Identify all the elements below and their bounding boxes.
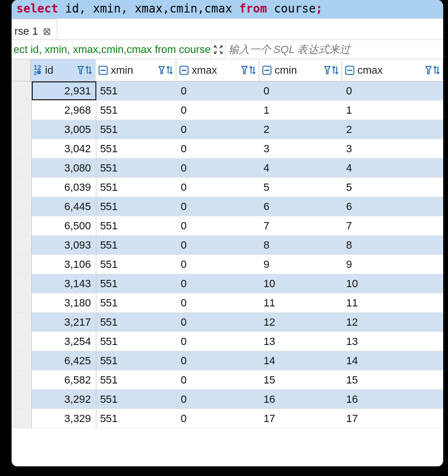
row-number-gutter[interactable] (12, 236, 32, 254)
column-header-id[interactable]: 123id (31, 59, 95, 81)
cell-cmax[interactable]: 10 (343, 274, 444, 293)
cell-id[interactable]: 3,254 (32, 332, 96, 351)
cell-id[interactable]: 2,968 (32, 101, 96, 119)
cell-xmin[interactable]: 551 (96, 120, 177, 139)
row-number-gutter[interactable] (12, 81, 32, 100)
table-row[interactable]: 3,14355101010 (12, 274, 443, 293)
cell-xmax[interactable]: 0 (177, 351, 260, 370)
column-header-cmin[interactable]: cmin (259, 59, 342, 81)
cell-cmin[interactable]: 17 (260, 409, 343, 428)
cell-cmin[interactable]: 15 (260, 370, 343, 389)
cell-xmax[interactable]: 0 (177, 274, 260, 293)
row-number-gutter[interactable] (12, 332, 32, 351)
cell-id[interactable]: 3,143 (32, 274, 96, 293)
cell-xmin[interactable]: 551 (96, 313, 177, 331)
result-tab[interactable]: rse 1 ⊠ (12, 19, 57, 40)
cell-id[interactable]: 6,445 (32, 197, 96, 216)
cell-cmin[interactable]: 7 (260, 216, 343, 235)
sql-filter-input[interactable] (225, 43, 443, 56)
row-number-gutter[interactable] (12, 120, 32, 139)
cell-id[interactable]: 6,039 (32, 178, 96, 197)
cell-cmax[interactable]: 16 (343, 390, 444, 409)
cell-xmin[interactable]: 551 (96, 274, 177, 293)
cell-id[interactable]: 6,425 (32, 351, 96, 370)
row-number-gutter[interactable] (12, 139, 32, 158)
table-row[interactable]: 3,18055101111 (12, 293, 443, 313)
cell-id[interactable]: 3,005 (32, 120, 96, 139)
cell-cmin[interactable]: 3 (260, 139, 343, 158)
cell-xmax[interactable]: 0 (177, 409, 260, 428)
cell-cmin[interactable]: 2 (260, 120, 343, 139)
cell-cmin[interactable]: 14 (260, 351, 343, 370)
cell-cmax[interactable]: 5 (343, 178, 444, 197)
cell-cmin[interactable]: 16 (260, 390, 343, 409)
cell-cmax[interactable]: 13 (343, 332, 444, 351)
row-number-gutter[interactable] (12, 293, 32, 312)
cell-xmax[interactable]: 0 (177, 313, 260, 331)
cell-cmax[interactable]: 2 (343, 120, 444, 139)
cell-xmin[interactable]: 551 (96, 236, 177, 254)
cell-cmax[interactable]: 15 (343, 370, 444, 389)
table-row[interactable]: 6,039551055 (12, 178, 443, 197)
row-number-gutter[interactable] (12, 409, 32, 428)
row-number-gutter[interactable] (12, 159, 32, 177)
cell-xmax[interactable]: 0 (177, 81, 260, 100)
cell-cmin[interactable]: 11 (260, 293, 343, 312)
row-number-gutter[interactable] (12, 274, 32, 293)
close-icon[interactable]: ⊠ (43, 26, 51, 37)
cell-xmax[interactable]: 0 (177, 332, 260, 351)
cell-xmax[interactable]: 0 (177, 293, 260, 312)
cell-xmin[interactable]: 551 (96, 293, 177, 312)
row-number-gutter[interactable] (12, 390, 32, 409)
cell-xmax[interactable]: 0 (177, 197, 260, 216)
cell-id[interactable]: 3,329 (32, 409, 96, 428)
table-row[interactable]: 3,21755101212 (12, 313, 443, 332)
row-number-gutter[interactable] (12, 370, 32, 389)
cell-id[interactable]: 3,093 (32, 236, 96, 254)
cell-xmax[interactable]: 0 (177, 139, 260, 158)
cell-cmin[interactable]: 9 (260, 255, 343, 274)
table-row[interactable]: 2,968551011 (12, 101, 443, 120)
row-number-gutter[interactable] (12, 216, 32, 235)
cell-xmin[interactable]: 551 (96, 409, 177, 428)
cell-cmax[interactable]: 7 (343, 216, 444, 235)
expand-icon[interactable] (211, 40, 225, 59)
cell-cmin[interactable]: 8 (260, 236, 343, 254)
row-number-gutter[interactable] (12, 351, 32, 370)
cell-cmax[interactable]: 1 (343, 101, 444, 119)
table-row[interactable]: 3,29255101616 (12, 390, 443, 409)
filter-sort-icon[interactable] (324, 65, 339, 76)
table-row[interactable]: 6,500551077 (12, 216, 443, 236)
table-row[interactable]: 3,093551088 (12, 236, 443, 255)
cell-cmax[interactable]: 17 (343, 409, 444, 428)
cell-cmax[interactable]: 4 (343, 159, 444, 177)
column-header-cmax[interactable]: cmax (342, 59, 443, 81)
row-number-gutter[interactable] (12, 255, 32, 274)
cell-xmin[interactable]: 551 (96, 255, 177, 274)
cell-xmax[interactable]: 0 (177, 178, 260, 197)
row-number-gutter[interactable] (12, 178, 32, 197)
cell-cmax[interactable]: 14 (343, 351, 444, 370)
cell-xmin[interactable]: 551 (96, 178, 177, 197)
cell-xmax[interactable]: 0 (177, 159, 260, 177)
cell-cmax[interactable]: 8 (343, 236, 444, 254)
table-row[interactable]: 6,445551066 (12, 197, 443, 216)
cell-cmin[interactable]: 10 (260, 274, 343, 293)
cell-xmin[interactable]: 551 (96, 139, 177, 158)
cell-cmin[interactable]: 0 (260, 81, 343, 100)
table-row[interactable]: 3,25455101313 (12, 332, 443, 351)
table-row[interactable]: 6,42555101414 (12, 351, 443, 370)
breadcrumb-sql[interactable]: ect id, xmin, xmax,cmin,cmax from course (12, 43, 211, 56)
cell-cmin[interactable]: 4 (260, 159, 343, 177)
cell-xmin[interactable]: 551 (96, 197, 177, 216)
cell-xmin[interactable]: 551 (96, 351, 177, 370)
column-header-xmin[interactable]: xmin (95, 59, 176, 81)
column-header-xmax[interactable]: xmax (176, 59, 259, 81)
cell-xmax[interactable]: 0 (177, 216, 260, 235)
cell-id[interactable]: 2,931 (32, 81, 96, 100)
cell-id[interactable]: 3,106 (32, 255, 96, 274)
cell-cmin[interactable]: 6 (260, 197, 343, 216)
cell-id[interactable]: 3,180 (32, 293, 96, 312)
cell-id[interactable]: 3,080 (32, 159, 96, 177)
cell-xmin[interactable]: 551 (96, 159, 177, 177)
